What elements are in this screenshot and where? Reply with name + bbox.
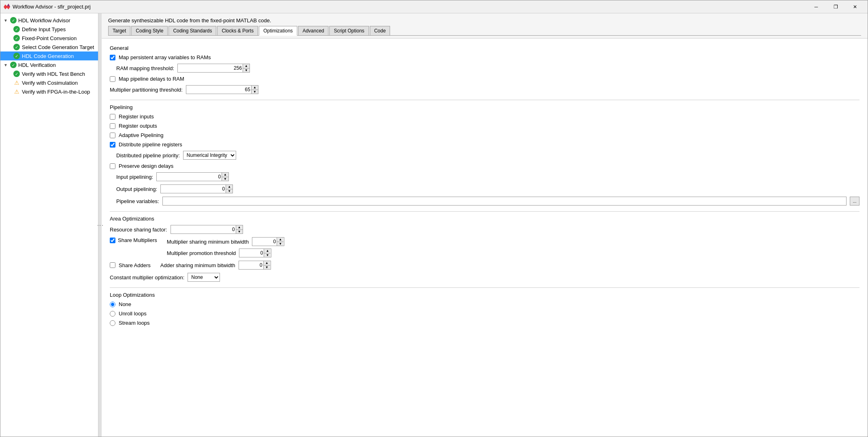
sidebar-item-define-input-types[interactable]: ✓ Define Input Types [0,25,98,34]
multiplier-promotion-threshold-input[interactable]: 0 [239,249,264,257]
expand-icon: ▼ [4,18,9,23]
loop-none-row: None [110,301,859,307]
sidebar-item-hdl-verification[interactable]: ▼ ✓ HDL Verification [0,60,98,69]
svg-marker-0 [4,4,10,9]
output-pipelining-down[interactable]: ▼ [226,189,232,193]
general-section: General Map persistent array variables t… [110,45,859,94]
sidebar-item-select-code-generation-target[interactable]: ✓ Select Code Generation Target [0,43,98,51]
adaptive-pipelining-row: Adaptive Pipelining [110,132,859,138]
pipeline-variables-browse-btn[interactable]: ... [850,197,859,206]
tab-clocks-ports[interactable]: Clocks & Ports [217,26,258,35]
loop-stream-row: Stream loops [110,320,859,326]
resource-sharing-factor-row: Resource sharing factor: 0 ▲ ▼ [110,225,859,234]
loop-stream-radio[interactable] [110,320,115,326]
resource-sharing-factor-input[interactable]: 0 [171,225,236,233]
ram-mapping-threshold-down[interactable]: ▼ [243,68,250,72]
pipeline-variables-label: Pipeline variables: [116,198,159,204]
title-bar: Workflow Advisor - sfir_project.prj ─ ❐ … [0,0,868,13]
multiplier-partitioning-input[interactable]: 65 [186,86,251,94]
pipeline-variables-input[interactable] [162,197,847,206]
distribute-pipeline-checkbox[interactable] [110,142,115,148]
map-pipeline-delays-checkbox[interactable] [110,76,115,82]
area-section-label: Area Optimizations [110,216,859,222]
multiplier-sharing-min-bitwidth-row: Multiplier sharing minimum bitwidth 0 ▲ … [167,237,284,246]
sidebar-label-hdl-verification: HDL Verification [18,62,56,68]
ram-mapping-threshold-up[interactable]: ▲ [243,64,250,68]
map-persistent-arrays-checkbox[interactable] [110,55,115,60]
output-pipelining-input[interactable]: 0 [161,185,226,193]
sidebar-label-verify-fpga: Verify with FPGA-in-the-Loop [22,89,90,95]
status-icon-hdl-code-generation: ✓ [13,53,20,59]
resource-sharing-factor-down[interactable]: ▼ [236,229,243,233]
sidebar-item-hdl-workflow-advisor[interactable]: ▼ ✓ HDL Workflow Advisor [0,16,98,25]
sidebar: ▼ ✓ HDL Workflow Advisor ✓ Define Input … [0,13,98,437]
multiplier-partitioning-down[interactable]: ▼ [252,90,258,94]
ram-mapping-threshold-input[interactable]: 256 [178,64,243,72]
status-icon-define-input-types: ✓ [13,26,20,32]
tab-advanced[interactable]: Advanced [298,26,328,35]
input-pipelining-down[interactable]: ▼ [222,177,228,181]
distributed-pipeline-priority-label: Distributed pipeline priority: [116,152,180,159]
resize-handle[interactable]: ⋮ [98,13,102,437]
resource-sharing-factor-up[interactable]: ▲ [236,225,243,229]
register-outputs-row: Register outputs [110,123,859,129]
map-persistent-arrays-label: Map persistent array variables to RAMs [119,54,211,60]
preserve-design-delays-checkbox[interactable] [110,163,115,169]
multiplier-sharing-min-bitwidth-input[interactable]: 0 [252,238,277,246]
share-multipliers-checkbox[interactable] [110,238,115,243]
adder-sharing-min-bitwidth-down[interactable]: ▼ [264,265,270,269]
input-pipelining-input[interactable]: 0 [157,173,222,181]
adder-sharing-min-bitwidth-up[interactable]: ▲ [264,261,270,265]
multiplier-sharing-min-bitwidth-down[interactable]: ▼ [277,242,284,246]
output-pipelining-row: Output pipelining: 0 ▲ ▼ [110,184,859,193]
input-pipelining-up[interactable]: ▲ [222,173,228,177]
main-window: Workflow Advisor - sfir_project.prj ─ ❐ … [0,0,868,437]
resource-sharing-factor-spinner: ▲ ▼ [236,225,243,233]
close-button[interactable]: ✕ [846,1,864,13]
sidebar-label-hdl-workflow-advisor: HDL Workflow Advisor [18,17,70,24]
restore-button[interactable]: ❐ [826,1,845,13]
adaptive-pipelining-checkbox[interactable] [110,133,115,138]
distributed-pipeline-priority-select[interactable]: Numerical Integrity Speed Area [183,151,236,160]
sidebar-item-verify-with-fpga[interactable]: ⚠ Verify with FPGA-in-the-Loop [0,87,98,96]
panel-body: General Map persistent array variables t… [102,39,868,437]
area-section: Area Optimizations Resource sharing fact… [110,216,859,282]
loop-unroll-radio[interactable] [110,311,115,317]
pipeline-variables-row: Pipeline variables: ... [110,197,859,206]
sidebar-item-fixed-point-conversion[interactable]: ✓ Fixed-Point Conversion [0,34,98,43]
loop-none-radio[interactable] [110,302,115,307]
input-pipelining-input-wrapper: 0 ▲ ▼ [156,172,229,181]
minimize-button[interactable]: ─ [807,1,825,13]
multiplier-partitioning-row: Multiplier partitioning threshold: 65 ▲ … [110,85,859,94]
output-pipelining-up[interactable]: ▲ [226,185,232,189]
multiplier-promotion-threshold-label: Multiplier promotion threshold [167,250,236,256]
loop-stream-label: Stream loops [119,320,150,326]
sidebar-item-verify-with-cosimulation[interactable]: ⚠ Verify with Cosimulation [0,78,98,87]
adder-sharing-min-bitwidth-spinner: ▲ ▼ [263,261,270,269]
sidebar-item-verify-with-hdl-test-bench[interactable]: ✓ Verify with HDL Test Bench [0,69,98,78]
multiplier-sharing-min-bitwidth-up[interactable]: ▲ [277,238,284,242]
multiplier-partitioning-up[interactable]: ▲ [252,86,258,90]
share-adders-checkbox[interactable] [110,262,115,268]
tab-target[interactable]: Target [108,26,130,35]
register-inputs-checkbox[interactable] [110,114,115,120]
right-panel: Generate synthesizable HDL code from the… [102,13,868,437]
sidebar-item-hdl-code-generation[interactable]: ✓ HDL Code Generation [0,51,98,60]
tab-script-options[interactable]: Script Options [329,26,369,35]
multiplier-promotion-threshold-up[interactable]: ▲ [264,249,271,253]
constant-multiplier-optimization-select[interactable]: None CSD FCM [188,273,220,282]
share-multipliers-sub: Multiplier sharing minimum bitwidth 0 ▲ … [167,237,284,257]
output-pipelining-input-wrapper: 0 ▲ ▼ [160,184,233,193]
tab-coding-style[interactable]: Coding Style [131,26,168,35]
tab-code[interactable]: Code [370,26,390,35]
distributed-pipeline-priority-row: Distributed pipeline priority: Numerical… [116,151,859,160]
input-pipelining-label: Input pipelining: [116,174,153,180]
register-outputs-checkbox[interactable] [110,123,115,129]
panel-title: Generate synthesizable HDL code from the… [108,17,861,24]
adder-sharing-min-bitwidth-input[interactable]: 0 [239,261,263,269]
tab-coding-standards[interactable]: Coding Standards [168,26,216,35]
sidebar-label-select-code-generation-target: Select Code Generation Target [22,44,94,50]
multiplier-partitioning-label: Multiplier partitioning threshold: [110,87,183,93]
tab-optimizations[interactable]: Optimizations [259,26,297,36]
multiplier-promotion-threshold-down[interactable]: ▼ [264,253,271,257]
